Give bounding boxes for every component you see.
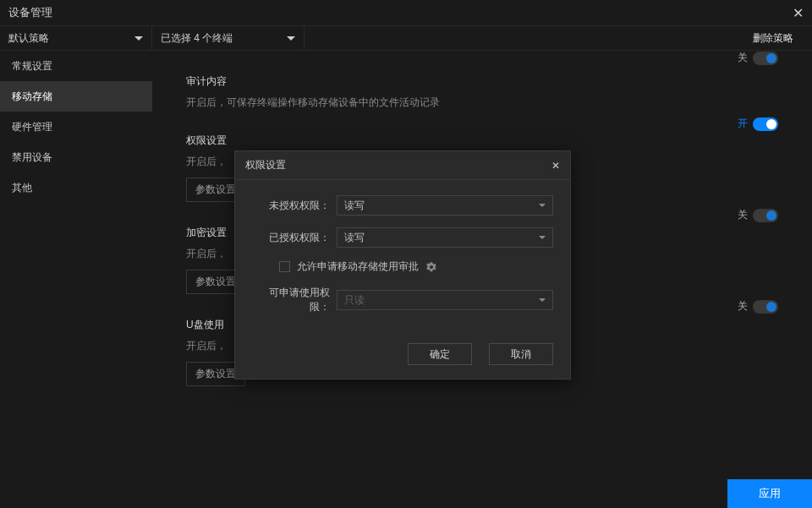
modal-title: 权限设置 [245, 158, 286, 172]
form-row-unauth: 未授权权限： 读写 [252, 195, 553, 216]
section-audit: 审计内容 开启后，可保存终端操作移动存储设备中的文件活动记录 [186, 74, 778, 110]
auth-label: 已授权权限： [252, 231, 337, 245]
sidebar-item-other[interactable]: 其他 [0, 172, 152, 203]
switch-icon [753, 300, 778, 314]
modal-footer: 确定 取消 [235, 333, 570, 379]
sidebar-item-label: 移动存储 [12, 90, 52, 104]
auth-select[interactable]: 读写 [337, 227, 553, 248]
unauth-select[interactable]: 读写 [337, 195, 553, 216]
terminals-dropdown[interactable]: 已选择 4 个终端 [152, 25, 304, 51]
toggle-label: 关 [738, 51, 748, 65]
caret-down-icon [287, 36, 295, 41]
switch-icon [753, 52, 778, 65]
toggle-label: 关 [738, 208, 748, 222]
caret-down-icon [539, 298, 546, 302]
apply-button[interactable]: 应用 [727, 479, 812, 508]
window-title: 设备管理 [8, 5, 52, 20]
toggle-audit[interactable]: 关 [738, 51, 778, 65]
applicable-select[interactable]: 只读 [337, 290, 553, 310]
caret-down-icon [539, 204, 546, 207]
sidebar-item-label: 硬件管理 [12, 120, 52, 134]
sidebar-item-label: 常规设置 [12, 59, 52, 74]
approval-check-label: 允许申请移动存储使用审批 [297, 259, 419, 274]
sidebar-item-mobile-storage[interactable]: 移动存储 [0, 81, 152, 112]
auth-value: 读写 [344, 231, 365, 245]
sidebar-item-label: 其他 [12, 181, 32, 195]
titlebar: 设备管理 ✕ [0, 0, 812, 25]
sidebar-item-disable-device[interactable]: 禁用设备 [0, 142, 152, 172]
footer: 应用 [0, 479, 812, 508]
caret-down-icon [134, 36, 143, 41]
sidebar-item-label: 禁用设备 [12, 150, 52, 165]
sidebar-item-hardware[interactable]: 硬件管理 [0, 112, 152, 142]
gear-icon[interactable] [425, 261, 437, 273]
section-desc: 开启后，可保存终端操作移动存储设备中的文件活动记录 [186, 96, 778, 110]
approval-check-row[interactable]: 允许申请移动存储使用审批 [279, 259, 553, 274]
switch-icon [753, 117, 778, 131]
toggle-label: 开 [738, 117, 748, 131]
confirm-button[interactable]: 确定 [408, 343, 472, 365]
switch-icon [753, 209, 778, 222]
caret-down-icon [539, 236, 546, 239]
policy-dropdown[interactable]: 默认策略 [0, 25, 152, 51]
terminals-dropdown-label: 已选择 4 个终端 [161, 31, 233, 46]
sidebar-item-general[interactable]: 常规设置 [0, 51, 152, 81]
applicable-label: 可申请使用权限： [252, 286, 337, 314]
cancel-button[interactable]: 取消 [489, 343, 553, 365]
toggle-permission[interactable]: 开 [738, 117, 778, 131]
delete-policy-link[interactable]: 删除策略 [734, 31, 812, 46]
close-icon[interactable]: ✕ [793, 5, 804, 21]
unauth-value: 读写 [344, 199, 365, 213]
sidebar: 常规设置 移动存储 硬件管理 禁用设备 其他 [0, 51, 152, 479]
modal-close-icon[interactable]: ✕ [551, 160, 560, 172]
policy-dropdown-label: 默认策略 [8, 31, 49, 46]
form-row-applicable: 可申请使用权限： 只读 [252, 286, 553, 314]
permission-modal: 权限设置 ✕ 未授权权限： 读写 已授权权限： 读写 允许申请移动存储使用审批 [234, 150, 571, 380]
applicable-value: 只读 [344, 293, 365, 308]
toggle-label: 关 [738, 299, 748, 314]
modal-body: 未授权权限： 读写 已授权权限： 读写 允许申请移动存储使用审批 可申请使用权限… [235, 180, 570, 333]
modal-titlebar: 权限设置 ✕ [235, 151, 570, 180]
topbar: 默认策略 已选择 4 个终端 删除策略 [0, 25, 812, 51]
section-title: 权限设置 [186, 134, 778, 148]
toggle-encrypt[interactable]: 关 [738, 208, 778, 222]
form-row-auth: 已授权权限： 读写 [252, 227, 553, 248]
section-title: 审计内容 [186, 74, 778, 89]
toggle-udisk[interactable]: 关 [738, 299, 778, 314]
unauth-label: 未授权权限： [252, 199, 337, 213]
checkbox-icon[interactable] [279, 261, 290, 272]
